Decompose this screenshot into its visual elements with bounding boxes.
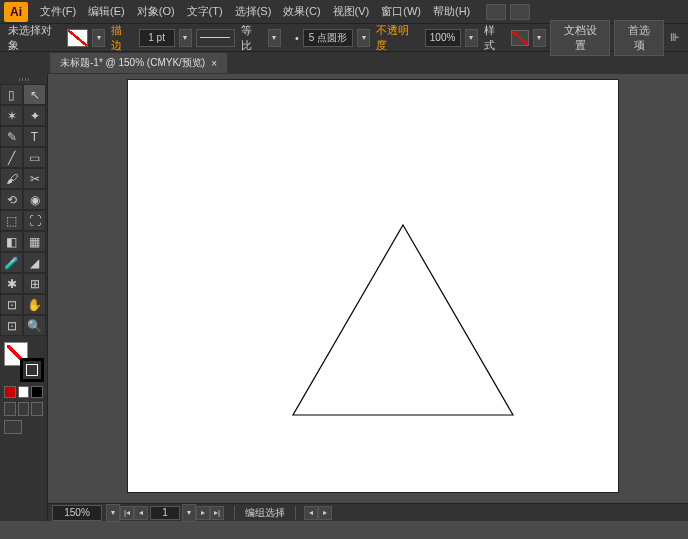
- menu-edit[interactable]: 编辑(E): [82, 4, 131, 19]
- menu-type[interactable]: 文字(T): [181, 4, 229, 19]
- draw-behind[interactable]: [18, 402, 30, 416]
- fill-dropdown[interactable]: [92, 29, 106, 47]
- brush-input[interactable]: [303, 29, 353, 47]
- width-tool[interactable]: ◉: [23, 189, 46, 210]
- layout-button-2[interactable]: [510, 4, 530, 20]
- stroke-dropdown[interactable]: [179, 29, 193, 47]
- artboard[interactable]: [128, 80, 618, 492]
- slice-tool[interactable]: ⊡: [0, 294, 23, 315]
- hand-tool[interactable]: ✋: [23, 294, 46, 315]
- color-chip-red[interactable]: [4, 386, 16, 398]
- opacity-dropdown[interactable]: [465, 29, 479, 47]
- nav-first[interactable]: |◂: [120, 506, 134, 520]
- toolbox: ▯↖ ✶✦ ✎T ╱▭ 🖌✂ ⟲◉ ⬚⛶ ◧▦ 🧪◢ ✱⊞ ⊡✋ ⊡🔍: [0, 74, 48, 521]
- status-bar: 150% |◂ ◂ 1 ▸ ▸| 编组选择 ◂ ▸: [48, 503, 688, 521]
- fill-stroke-control[interactable]: [4, 342, 44, 382]
- style-dropdown[interactable]: [533, 29, 547, 47]
- nav-last[interactable]: ▸|: [210, 506, 224, 520]
- stroke-color[interactable]: [20, 358, 44, 382]
- document-title: 未标题-1* @ 150% (CMYK/预览): [60, 56, 205, 70]
- status-mode: 编组选择: [234, 506, 296, 520]
- triangle-shape[interactable]: [288, 220, 518, 420]
- gradient-tool[interactable]: ▦: [23, 231, 46, 252]
- opacity-input[interactable]: [425, 29, 461, 47]
- lasso-tool[interactable]: ✦: [23, 105, 46, 126]
- style-label: 样式: [482, 23, 507, 53]
- canvas-area[interactable]: [48, 74, 688, 503]
- zoom-dropdown[interactable]: [106, 504, 120, 522]
- brush-tool[interactable]: 🖌: [0, 168, 23, 189]
- fill-swatch[interactable]: [67, 29, 88, 47]
- page-number[interactable]: 1: [150, 506, 180, 520]
- profile-dropdown[interactable]: [268, 29, 282, 47]
- menu-file[interactable]: 文件(F): [34, 4, 82, 19]
- selection-tool[interactable]: ↖: [23, 84, 46, 105]
- shape-builder-tool[interactable]: ⬚: [0, 210, 23, 231]
- stroke-label: 描边: [109, 23, 134, 53]
- menu-view[interactable]: 视图(V): [327, 4, 376, 19]
- scroll-left[interactable]: ◂: [304, 506, 318, 520]
- zoom-input[interactable]: 150%: [52, 505, 102, 521]
- type-tool[interactable]: T: [23, 126, 46, 147]
- draw-normal[interactable]: [4, 402, 16, 416]
- graph-tool[interactable]: ⊞: [23, 273, 46, 294]
- print-tool[interactable]: ⊡: [0, 315, 23, 336]
- doc-setup-button[interactable]: 文档设置: [550, 20, 610, 56]
- style-swatch[interactable]: [511, 30, 528, 46]
- preferences-button[interactable]: 首选项: [614, 20, 664, 56]
- menu-help[interactable]: 帮助(H): [427, 4, 476, 19]
- artboard-tool[interactable]: ▯: [0, 84, 23, 105]
- magic-wand-tool[interactable]: ✶: [0, 105, 23, 126]
- mesh-tool[interactable]: ◧: [0, 231, 23, 252]
- color-chip-white[interactable]: [18, 386, 30, 398]
- pencil-tool[interactable]: ✂: [23, 168, 46, 189]
- line-tool[interactable]: ╱: [0, 147, 23, 168]
- page-dropdown[interactable]: [182, 504, 196, 522]
- zoom-tool[interactable]: 🔍: [23, 315, 46, 336]
- color-chip-none[interactable]: [31, 386, 43, 398]
- stroke-weight-input[interactable]: [139, 29, 175, 47]
- perspective-tool[interactable]: ⛶: [23, 210, 46, 231]
- menu-object[interactable]: 对象(O): [131, 4, 181, 19]
- blend-tool[interactable]: ◢: [23, 252, 46, 273]
- nav-next[interactable]: ▸: [196, 506, 210, 520]
- svg-marker-0: [293, 225, 513, 415]
- brush-dropdown[interactable]: [357, 29, 371, 47]
- menu-window[interactable]: 窗口(W): [375, 4, 427, 19]
- app-icon: Ai: [4, 2, 28, 22]
- profile-label: 等比: [239, 23, 264, 53]
- rectangle-tool[interactable]: ▭: [23, 147, 46, 168]
- pen-tool[interactable]: ✎: [0, 126, 23, 147]
- menu-select[interactable]: 选择(S): [229, 4, 278, 19]
- more-options[interactable]: ⊪: [668, 31, 682, 44]
- close-icon[interactable]: ×: [211, 58, 217, 69]
- rotate-tool[interactable]: ⟲: [0, 189, 23, 210]
- document-tab[interactable]: 未标题-1* @ 150% (CMYK/预览) ×: [50, 53, 227, 73]
- symbol-tool[interactable]: ✱: [0, 273, 23, 294]
- eyedropper-tool[interactable]: 🧪: [0, 252, 23, 273]
- option-bar: 未选择对象 描边 等比 • 不透明度 样式 文档设置 首选项 ⊪: [0, 24, 688, 52]
- opacity-label: 不透明度: [374, 23, 420, 53]
- stroke-profile[interactable]: [196, 29, 234, 47]
- layout-button-1[interactable]: [486, 4, 506, 20]
- selection-status: 未选择对象: [6, 23, 63, 53]
- nav-prev[interactable]: ◂: [134, 506, 148, 520]
- draw-inside[interactable]: [31, 402, 43, 416]
- scroll-right[interactable]: ▸: [318, 506, 332, 520]
- screen-mode[interactable]: [4, 420, 22, 434]
- menu-effect[interactable]: 效果(C): [277, 4, 326, 19]
